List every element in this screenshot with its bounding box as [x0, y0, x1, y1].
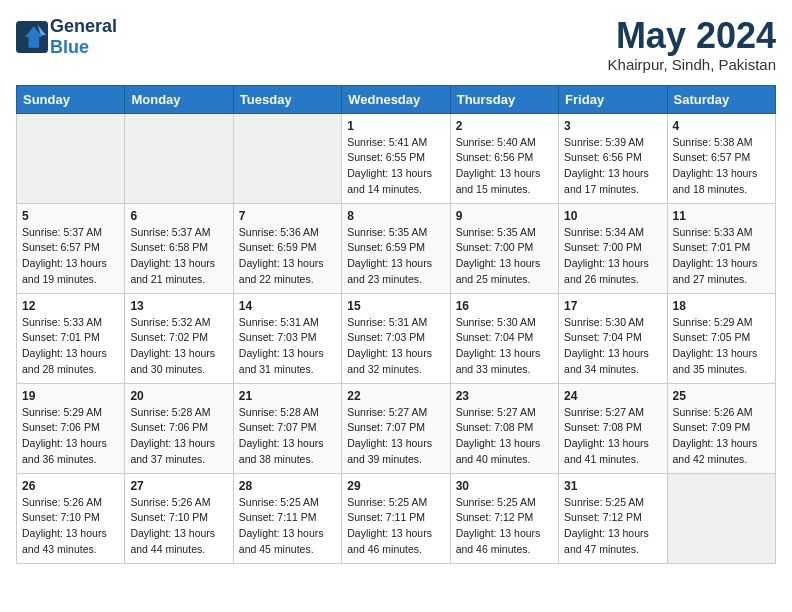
calendar-cell	[17, 113, 125, 203]
sunset-text: Sunset: 7:06 PM	[22, 421, 100, 433]
cell-info: Sunrise: 5:37 AMSunset: 6:58 PMDaylight:…	[130, 225, 227, 288]
sunset-text: Sunset: 6:56 PM	[456, 151, 534, 163]
sunrise-text: Sunrise: 5:32 AM	[130, 316, 210, 328]
day-header-friday: Friday	[559, 85, 667, 113]
cell-date: 29	[347, 479, 444, 493]
cell-info: Sunrise: 5:40 AMSunset: 6:56 PMDaylight:…	[456, 135, 553, 198]
sunset-text: Sunset: 7:03 PM	[239, 331, 317, 343]
calendar-cell: 21Sunrise: 5:28 AMSunset: 7:07 PMDayligh…	[233, 383, 341, 473]
daylight-text: Daylight: 13 hours and 34 minutes.	[564, 347, 649, 375]
sunset-text: Sunset: 7:09 PM	[673, 421, 751, 433]
cell-info: Sunrise: 5:33 AMSunset: 7:01 PMDaylight:…	[22, 315, 119, 378]
sunset-text: Sunset: 6:56 PM	[564, 151, 642, 163]
cell-date: 16	[456, 299, 553, 313]
daylight-text: Daylight: 13 hours and 46 minutes.	[456, 527, 541, 555]
daylight-text: Daylight: 13 hours and 47 minutes.	[564, 527, 649, 555]
cell-date: 28	[239, 479, 336, 493]
sunrise-text: Sunrise: 5:27 AM	[347, 406, 427, 418]
cell-info: Sunrise: 5:26 AMSunset: 7:10 PMDaylight:…	[130, 495, 227, 558]
daylight-text: Daylight: 13 hours and 41 minutes.	[564, 437, 649, 465]
cell-date: 15	[347, 299, 444, 313]
week-row-5: 26Sunrise: 5:26 AMSunset: 7:10 PMDayligh…	[17, 473, 776, 563]
cell-date: 13	[130, 299, 227, 313]
month-title: May 2024	[608, 16, 776, 56]
cell-info: Sunrise: 5:35 AMSunset: 6:59 PMDaylight:…	[347, 225, 444, 288]
calendar-cell: 14Sunrise: 5:31 AMSunset: 7:03 PMDayligh…	[233, 293, 341, 383]
day-header-tuesday: Tuesday	[233, 85, 341, 113]
cell-date: 14	[239, 299, 336, 313]
title-block: May 2024 Khairpur, Sindh, Pakistan	[608, 16, 776, 73]
calendar-cell: 23Sunrise: 5:27 AMSunset: 7:08 PMDayligh…	[450, 383, 558, 473]
week-row-3: 12Sunrise: 5:33 AMSunset: 7:01 PMDayligh…	[17, 293, 776, 383]
calendar-cell: 17Sunrise: 5:30 AMSunset: 7:04 PMDayligh…	[559, 293, 667, 383]
calendar-cell: 25Sunrise: 5:26 AMSunset: 7:09 PMDayligh…	[667, 383, 775, 473]
sunrise-text: Sunrise: 5:37 AM	[130, 226, 210, 238]
cell-date: 19	[22, 389, 119, 403]
daylight-text: Daylight: 13 hours and 30 minutes.	[130, 347, 215, 375]
logo-blue-text: Blue	[50, 37, 89, 57]
sunset-text: Sunset: 7:00 PM	[564, 241, 642, 253]
calendar-cell: 26Sunrise: 5:26 AMSunset: 7:10 PMDayligh…	[17, 473, 125, 563]
cell-date: 11	[673, 209, 770, 223]
cell-date: 2	[456, 119, 553, 133]
calendar-cell: 24Sunrise: 5:27 AMSunset: 7:08 PMDayligh…	[559, 383, 667, 473]
cell-date: 3	[564, 119, 661, 133]
calendar-cell: 11Sunrise: 5:33 AMSunset: 7:01 PMDayligh…	[667, 203, 775, 293]
calendar-cell: 30Sunrise: 5:25 AMSunset: 7:12 PMDayligh…	[450, 473, 558, 563]
cell-info: Sunrise: 5:26 AMSunset: 7:10 PMDaylight:…	[22, 495, 119, 558]
cell-date: 9	[456, 209, 553, 223]
logo-general-text: General	[50, 16, 117, 36]
sunrise-text: Sunrise: 5:26 AM	[22, 496, 102, 508]
sunrise-text: Sunrise: 5:39 AM	[564, 136, 644, 148]
daylight-text: Daylight: 13 hours and 23 minutes.	[347, 257, 432, 285]
cell-info: Sunrise: 5:37 AMSunset: 6:57 PMDaylight:…	[22, 225, 119, 288]
daylight-text: Daylight: 13 hours and 19 minutes.	[22, 257, 107, 285]
cell-date: 7	[239, 209, 336, 223]
cell-info: Sunrise: 5:28 AMSunset: 7:07 PMDaylight:…	[239, 405, 336, 468]
daylight-text: Daylight: 13 hours and 35 minutes.	[673, 347, 758, 375]
calendar-cell: 22Sunrise: 5:27 AMSunset: 7:07 PMDayligh…	[342, 383, 450, 473]
cell-info: Sunrise: 5:26 AMSunset: 7:09 PMDaylight:…	[673, 405, 770, 468]
calendar-cell: 10Sunrise: 5:34 AMSunset: 7:00 PMDayligh…	[559, 203, 667, 293]
sunset-text: Sunset: 7:08 PM	[564, 421, 642, 433]
sunset-text: Sunset: 6:55 PM	[347, 151, 425, 163]
calendar-cell: 4Sunrise: 5:38 AMSunset: 6:57 PMDaylight…	[667, 113, 775, 203]
cell-info: Sunrise: 5:25 AMSunset: 7:12 PMDaylight:…	[564, 495, 661, 558]
cell-date: 18	[673, 299, 770, 313]
sunset-text: Sunset: 7:10 PM	[22, 511, 100, 523]
cell-info: Sunrise: 5:28 AMSunset: 7:06 PMDaylight:…	[130, 405, 227, 468]
page-header: General Blue May 2024 Khairpur, Sindh, P…	[16, 16, 776, 73]
cell-info: Sunrise: 5:27 AMSunset: 7:08 PMDaylight:…	[456, 405, 553, 468]
sunrise-text: Sunrise: 5:27 AM	[564, 406, 644, 418]
cell-info: Sunrise: 5:35 AMSunset: 7:00 PMDaylight:…	[456, 225, 553, 288]
logo-icon	[16, 21, 48, 53]
daylight-text: Daylight: 13 hours and 45 minutes.	[239, 527, 324, 555]
location: Khairpur, Sindh, Pakistan	[608, 56, 776, 73]
calendar-cell: 9Sunrise: 5:35 AMSunset: 7:00 PMDaylight…	[450, 203, 558, 293]
daylight-text: Daylight: 13 hours and 26 minutes.	[564, 257, 649, 285]
day-header-saturday: Saturday	[667, 85, 775, 113]
calendar-cell: 6Sunrise: 5:37 AMSunset: 6:58 PMDaylight…	[125, 203, 233, 293]
cell-info: Sunrise: 5:27 AMSunset: 7:08 PMDaylight:…	[564, 405, 661, 468]
sunrise-text: Sunrise: 5:40 AM	[456, 136, 536, 148]
cell-info: Sunrise: 5:31 AMSunset: 7:03 PMDaylight:…	[239, 315, 336, 378]
calendar-cell: 7Sunrise: 5:36 AMSunset: 6:59 PMDaylight…	[233, 203, 341, 293]
sunset-text: Sunset: 6:57 PM	[673, 151, 751, 163]
sunrise-text: Sunrise: 5:29 AM	[22, 406, 102, 418]
calendar-cell: 15Sunrise: 5:31 AMSunset: 7:03 PMDayligh…	[342, 293, 450, 383]
daylight-text: Daylight: 13 hours and 18 minutes.	[673, 167, 758, 195]
cell-info: Sunrise: 5:36 AMSunset: 6:59 PMDaylight:…	[239, 225, 336, 288]
sunset-text: Sunset: 7:01 PM	[22, 331, 100, 343]
daylight-text: Daylight: 13 hours and 38 minutes.	[239, 437, 324, 465]
sunset-text: Sunset: 7:12 PM	[456, 511, 534, 523]
cell-info: Sunrise: 5:27 AMSunset: 7:07 PMDaylight:…	[347, 405, 444, 468]
cell-date: 30	[456, 479, 553, 493]
daylight-text: Daylight: 13 hours and 14 minutes.	[347, 167, 432, 195]
day-header-thursday: Thursday	[450, 85, 558, 113]
daylight-text: Daylight: 13 hours and 36 minutes.	[22, 437, 107, 465]
sunset-text: Sunset: 7:00 PM	[456, 241, 534, 253]
calendar-table: SundayMondayTuesdayWednesdayThursdayFrid…	[16, 85, 776, 564]
sunset-text: Sunset: 7:11 PM	[347, 511, 425, 523]
calendar-cell: 20Sunrise: 5:28 AMSunset: 7:06 PMDayligh…	[125, 383, 233, 473]
sunset-text: Sunset: 7:03 PM	[347, 331, 425, 343]
